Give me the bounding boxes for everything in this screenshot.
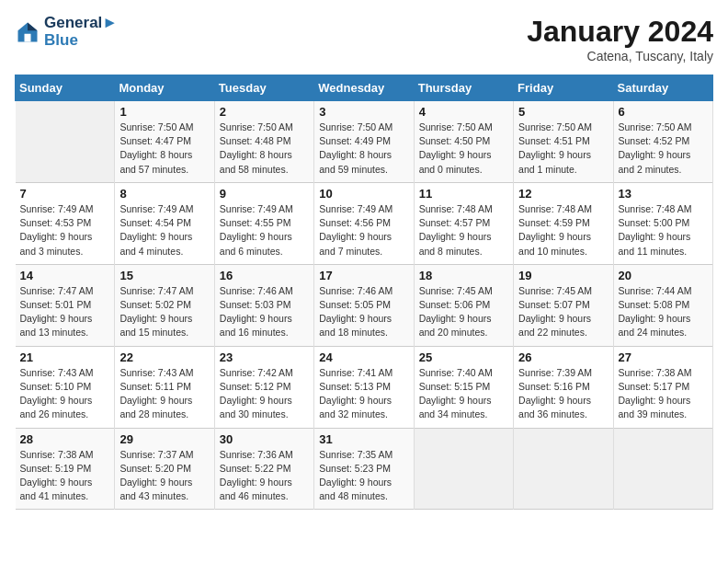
week-row-2: 7Sunrise: 7:49 AMSunset: 4:53 PMDaylight… [16,182,713,264]
weekday-header-tuesday: Tuesday [214,75,313,101]
day-info: Sunrise: 7:49 AMSunset: 4:55 PMDaylight:… [220,202,309,259]
day-number: 9 [220,187,309,201]
day-cell: 31Sunrise: 7:35 AMSunset: 5:23 PMDayligh… [314,428,414,510]
week-row-4: 21Sunrise: 7:43 AMSunset: 5:10 PMDayligh… [16,346,713,428]
day-info: Sunrise: 7:46 AMSunset: 5:05 PMDaylight:… [319,284,408,340]
week-row-3: 14Sunrise: 7:47 AMSunset: 5:01 PMDayligh… [16,264,713,346]
day-number: 14 [20,269,110,282]
day-cell: 8Sunrise: 7:49 AMSunset: 4:54 PMDaylight… [115,182,214,264]
day-number: 16 [220,269,309,282]
day-number: 18 [419,269,508,282]
day-cell: 20Sunrise: 7:44 AMSunset: 5:08 PMDayligh… [613,264,712,346]
day-cell: 16Sunrise: 7:46 AMSunset: 5:03 PMDayligh… [214,264,313,346]
day-number: 3 [319,105,408,119]
day-number: 21 [20,350,110,364]
weekday-header-thursday: Thursday [414,75,513,101]
day-number: 28 [20,432,110,446]
day-info: Sunrise: 7:47 AMSunset: 5:01 PMDaylight:… [20,284,110,340]
day-number: 27 [619,350,708,364]
day-info: Sunrise: 7:49 AMSunset: 4:56 PMDaylight:… [319,202,408,259]
svg-rect-2 [25,33,31,41]
day-info: Sunrise: 7:48 AMSunset: 4:57 PMDaylight:… [419,202,508,259]
day-info: Sunrise: 7:45 AMSunset: 5:06 PMDaylight:… [419,284,508,340]
day-info: Sunrise: 7:43 AMSunset: 5:10 PMDaylight:… [20,366,110,422]
day-number: 5 [518,105,608,119]
calendar-table: SundayMondayTuesdayWednesdayThursdayFrid… [15,75,713,510]
day-cell: 4Sunrise: 7:50 AMSunset: 4:50 PMDaylight… [414,101,513,183]
day-number: 2 [220,105,309,119]
day-number: 25 [419,350,508,364]
day-info: Sunrise: 7:49 AMSunset: 4:54 PMDaylight:… [119,202,209,259]
day-number: 1 [119,105,209,119]
weekday-header-sunday: Sunday [16,75,115,101]
day-number: 26 [518,350,608,364]
day-number: 17 [319,269,408,282]
day-cell: 18Sunrise: 7:45 AMSunset: 5:06 PMDayligh… [414,264,513,346]
day-cell: 27Sunrise: 7:38 AMSunset: 5:17 PMDayligh… [613,346,712,428]
day-info: Sunrise: 7:50 AMSunset: 4:50 PMDaylight:… [419,121,508,177]
logo-text: General► Blue [44,15,118,49]
day-number: 10 [319,187,408,201]
day-info: Sunrise: 7:43 AMSunset: 5:11 PMDaylight:… [119,366,209,422]
day-number: 4 [419,105,508,119]
day-cell: 14Sunrise: 7:47 AMSunset: 5:01 PMDayligh… [16,264,115,346]
day-number: 30 [220,432,309,446]
week-row-1: 1Sunrise: 7:50 AMSunset: 4:47 PMDaylight… [16,101,713,183]
day-cell: 1Sunrise: 7:50 AMSunset: 4:47 PMDaylight… [115,101,214,183]
day-number: 6 [619,105,708,119]
weekday-header-friday: Friday [514,75,613,101]
day-cell: 22Sunrise: 7:43 AMSunset: 5:11 PMDayligh… [115,346,214,428]
day-info: Sunrise: 7:50 AMSunset: 4:52 PMDaylight:… [619,121,708,177]
day-cell: 26Sunrise: 7:39 AMSunset: 5:16 PMDayligh… [514,346,613,428]
weekday-header-monday: Monday [115,75,214,101]
day-number: 19 [518,269,608,282]
day-cell [613,428,712,510]
day-cell: 25Sunrise: 7:40 AMSunset: 5:15 PMDayligh… [414,346,513,428]
weekday-header-wednesday: Wednesday [314,75,414,101]
day-cell [514,428,613,510]
title-block: January 2024 Catena, Tuscany, Italy [527,15,713,63]
day-cell: 19Sunrise: 7:45 AMSunset: 5:07 PMDayligh… [514,264,613,346]
day-cell: 17Sunrise: 7:46 AMSunset: 5:05 PMDayligh… [314,264,414,346]
day-number: 8 [119,187,209,201]
day-cell: 2Sunrise: 7:50 AMSunset: 4:48 PMDaylight… [214,101,313,183]
day-cell: 3Sunrise: 7:50 AMSunset: 4:49 PMDaylight… [314,101,414,183]
day-number: 20 [619,269,708,282]
day-info: Sunrise: 7:46 AMSunset: 5:03 PMDaylight:… [220,284,309,340]
day-info: Sunrise: 7:40 AMSunset: 5:15 PMDaylight:… [419,366,508,422]
day-number: 13 [619,187,708,201]
day-info: Sunrise: 7:44 AMSunset: 5:08 PMDaylight:… [619,284,708,340]
day-cell [414,428,513,510]
day-cell: 13Sunrise: 7:48 AMSunset: 5:00 PMDayligh… [613,182,712,264]
page-header: General► Blue January 2024 Catena, Tusca… [15,15,713,63]
day-info: Sunrise: 7:36 AMSunset: 5:22 PMDaylight:… [220,448,309,504]
day-cell: 30Sunrise: 7:36 AMSunset: 5:22 PMDayligh… [214,428,313,510]
day-cell: 7Sunrise: 7:49 AMSunset: 4:53 PMDaylight… [16,182,115,264]
day-cell: 24Sunrise: 7:41 AMSunset: 5:13 PMDayligh… [314,346,414,428]
day-number: 31 [319,432,408,446]
day-cell: 12Sunrise: 7:48 AMSunset: 4:59 PMDayligh… [514,182,613,264]
day-number: 24 [319,350,408,364]
month-title: January 2024 [527,15,713,49]
day-cell: 6Sunrise: 7:50 AMSunset: 4:52 PMDaylight… [613,101,712,183]
day-info: Sunrise: 7:47 AMSunset: 5:02 PMDaylight:… [119,284,209,340]
day-cell [16,101,115,183]
day-number: 12 [518,187,608,201]
day-cell: 10Sunrise: 7:49 AMSunset: 4:56 PMDayligh… [314,182,414,264]
day-number: 29 [119,432,209,446]
day-info: Sunrise: 7:42 AMSunset: 5:12 PMDaylight:… [220,366,309,422]
day-cell: 28Sunrise: 7:38 AMSunset: 5:19 PMDayligh… [16,428,115,510]
day-number: 7 [20,187,110,201]
day-info: Sunrise: 7:45 AMSunset: 5:07 PMDaylight:… [518,284,608,340]
day-number: 22 [119,350,209,364]
day-cell: 21Sunrise: 7:43 AMSunset: 5:10 PMDayligh… [16,346,115,428]
day-info: Sunrise: 7:41 AMSunset: 5:13 PMDaylight:… [319,366,408,422]
day-number: 15 [119,269,209,282]
day-number: 11 [419,187,508,201]
day-cell: 23Sunrise: 7:42 AMSunset: 5:12 PMDayligh… [214,346,313,428]
day-cell: 11Sunrise: 7:48 AMSunset: 4:57 PMDayligh… [414,182,513,264]
logo-icon [15,19,40,45]
day-cell: 5Sunrise: 7:50 AMSunset: 4:51 PMDaylight… [514,101,613,183]
day-info: Sunrise: 7:50 AMSunset: 4:48 PMDaylight:… [220,121,309,177]
day-info: Sunrise: 7:48 AMSunset: 4:59 PMDaylight:… [518,202,608,259]
